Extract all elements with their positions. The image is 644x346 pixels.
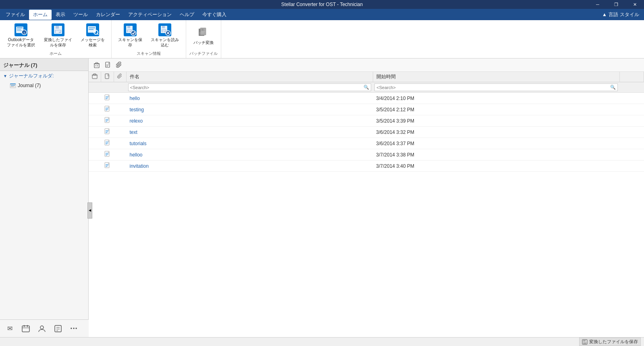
- restore-button[interactable]: ❐: [607, 0, 625, 9]
- col-attach[interactable]: [114, 72, 127, 82]
- ribbon-group-batch: バッチ変換 バッチファイル: [186, 20, 221, 58]
- row-attach-cell: [114, 160, 127, 172]
- search-subject-icon: 🔍: [364, 85, 369, 90]
- svg-rect-55: [93, 74, 96, 75]
- table-header-row: 件名 開始時間: [89, 72, 644, 82]
- row-empty: [619, 104, 644, 115]
- search-subject-cell: 🔍: [127, 82, 373, 93]
- search-subject-input[interactable]: [130, 85, 363, 90]
- title-bar: Stellar Converter for OST - Technician ─…: [0, 0, 644, 9]
- search-attach-cell: [114, 82, 127, 93]
- table-row[interactable]: helloo 3/7/2014 3:38 PM: [89, 149, 644, 160]
- svg-rect-85: [22, 326, 29, 332]
- menu-buy[interactable]: 今すぐ購入: [198, 10, 231, 20]
- table-row[interactable]: testing 3/5/2014 2:12 PM: [89, 104, 644, 115]
- table-row[interactable]: tutorials 3/6/2014 3:37 PM: [89, 138, 644, 149]
- svg-rect-3: [17, 29, 21, 30]
- status-save-button[interactable]: 変換したファイルを保存: [579, 338, 641, 346]
- table-row[interactable]: text 3/6/2014 3:32 PM: [89, 127, 644, 138]
- svg-rect-30: [162, 30, 166, 31]
- language-menu[interactable]: 言語: [609, 11, 618, 18]
- row-empty: [619, 115, 644, 127]
- menu-calendar[interactable]: カレンダー: [92, 10, 124, 20]
- col-empty: [619, 72, 644, 82]
- row-type-cell: [101, 127, 114, 138]
- close-button[interactable]: ✕: [625, 0, 644, 9]
- menu-view[interactable]: 表示: [52, 10, 69, 20]
- col-delete[interactable]: [89, 72, 101, 82]
- search-message-button[interactable]: メッセージを検索: [77, 22, 108, 49]
- status-save-label: 変換したファイルを保存: [589, 339, 638, 345]
- sidebar-collapse-button[interactable]: ◀: [87, 202, 92, 219]
- row-empty: [619, 127, 644, 138]
- table-row[interactable]: hello 3/4/2014 2:10 PM: [89, 93, 644, 104]
- row-start-time: 3/6/2014 3:37 PM: [373, 138, 619, 149]
- row-start-time: 3/5/2014 2:12 PM: [373, 104, 619, 115]
- open-outlook-button[interactable]: i Outlookデータファイルを選択: [3, 22, 39, 49]
- sidebar-folder-label: ジャーナルフォルダ:: [9, 73, 54, 79]
- table-row[interactable]: relexo 3/5/2014 3:39 PM: [89, 115, 644, 127]
- window-title: Stellar Converter for OST - Technician: [281, 2, 363, 7]
- email-rows: hello 3/4/2014 2:10 PM testing 3/5/2014 …: [89, 93, 644, 172]
- ribbon-scan-label: スキャン情報: [137, 49, 161, 56]
- chevron-down-icon: ▼: [3, 74, 7, 78]
- col-type[interactable]: [101, 72, 114, 82]
- toolbar-attach-button[interactable]: [114, 60, 124, 70]
- search-delete-cell: [89, 82, 101, 93]
- col-start-time[interactable]: 開始時間: [373, 72, 619, 82]
- search-starttime-input[interactable]: [376, 85, 609, 90]
- col-subject[interactable]: 件名: [127, 72, 373, 82]
- svg-rect-2: [17, 27, 23, 28]
- nav-mail-button[interactable]: ✉: [3, 322, 16, 335]
- row-attach-cell: [114, 104, 127, 115]
- svg-text:i: i: [24, 31, 25, 35]
- batch-convert-button[interactable]: バッチ変換: [190, 25, 217, 47]
- svg-rect-21: [127, 26, 130, 28]
- toolbar-delete-button[interactable]: [92, 60, 102, 70]
- nav-contacts-button[interactable]: [35, 322, 48, 335]
- nav-more-button[interactable]: •••: [68, 322, 81, 335]
- style-menu[interactable]: スタイル: [620, 11, 639, 18]
- search-row: 🔍 🔍: [89, 82, 644, 93]
- toolbar-new-button[interactable]: [103, 60, 113, 70]
- save-converted-icon: [52, 23, 64, 36]
- save-scan-button[interactable]: スキャンを保存: [115, 22, 145, 49]
- row-type-cell: [101, 138, 114, 149]
- svg-rect-44: [11, 86, 14, 87]
- row-type-cell: [101, 93, 114, 104]
- svg-rect-15: [89, 27, 95, 28]
- minimize-button[interactable]: ─: [588, 0, 607, 9]
- status-save-icon: [582, 339, 588, 345]
- sidebar-item-journal[interactable]: Journal (7): [0, 81, 88, 90]
- nav-calendar-button[interactable]: [19, 322, 32, 335]
- svg-rect-45: [94, 64, 99, 68]
- svg-rect-43: [11, 85, 15, 86]
- nav-tasks-button[interactable]: [52, 322, 64, 335]
- menu-tools[interactable]: ツール: [69, 10, 92, 20]
- contacts-icon: [38, 325, 46, 333]
- row-start-time: 3/6/2014 3:32 PM: [373, 127, 619, 138]
- menu-home[interactable]: ホーム: [29, 10, 52, 20]
- ribbon-group-home: i Outlookデータファイルを選択 変換したファイルを保存: [0, 20, 112, 58]
- read-scan-button[interactable]: スキャンを読み込む: [147, 22, 183, 49]
- row-type-cell: [101, 115, 114, 127]
- sidebar-journal-folder[interactable]: ▼ ジャーナルフォルダ:: [0, 71, 88, 81]
- menu-file[interactable]: ファイル: [2, 10, 29, 20]
- svg-rect-28: [162, 26, 165, 28]
- table-row[interactable]: invitation 3/7/2014 3:40 PM: [89, 160, 644, 172]
- svg-point-89: [40, 326, 44, 329]
- menu-activation[interactable]: アクティベーション: [124, 10, 176, 20]
- row-empty: [619, 138, 644, 149]
- svg-rect-96: [583, 342, 586, 344]
- save-converted-button[interactable]: 変換したファイルを保存: [40, 22, 76, 49]
- row-attach-cell: [114, 149, 127, 160]
- delete-icon: [93, 62, 100, 68]
- row-check-cell: [89, 115, 101, 127]
- batch-convert-label: バッチ変換: [193, 40, 214, 45]
- attachment-icon: [116, 62, 123, 68]
- ribbon-batch-buttons: バッチ変換: [190, 22, 217, 49]
- ribbon-scan-buttons: スキャンを保存 スキャンを読み込む: [115, 22, 183, 49]
- menu-help[interactable]: ヘルプ: [176, 10, 198, 20]
- row-check-cell: [89, 127, 101, 138]
- sidebar-journal-label: Journal (7): [18, 83, 41, 88]
